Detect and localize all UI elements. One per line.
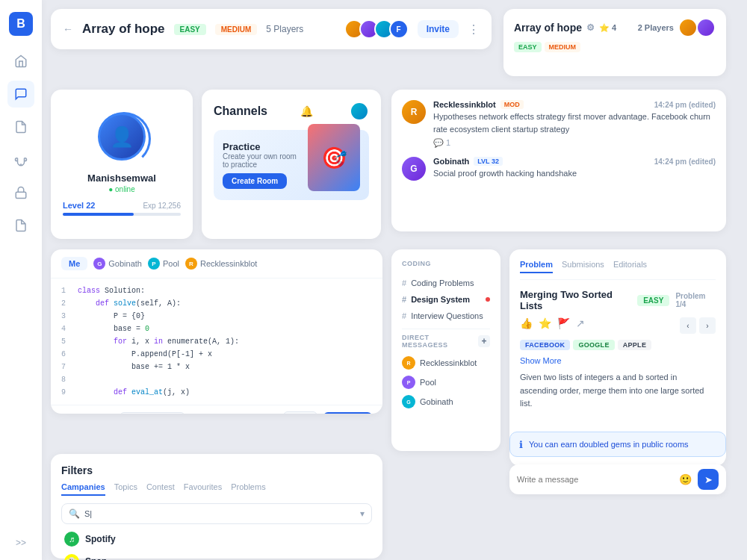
dm-pool[interactable]: P Pool — [402, 373, 490, 392]
chat-card: R Recklessinkblot MOD 14:24 pm (edited) … — [391, 90, 726, 231]
create-room-button[interactable]: Create Room — [223, 173, 287, 189]
active-dot — [486, 297, 490, 302]
chevron-down-icon: ▾ — [360, 508, 365, 519]
coding-problems-item[interactable]: # Coding Problems — [402, 275, 490, 291]
dm-recklessinkblot[interactable]: R Recklessinkblot — [402, 353, 490, 373]
code-tab-gobinath[interactable]: G Gobinath — [93, 258, 142, 270]
profile-level: Level 22 — [63, 201, 95, 210]
problem-easy-badge: EASY — [637, 295, 669, 306]
filter-result-spotify[interactable]: ♬ Spotify — [61, 529, 372, 550]
dm-gobinath[interactable]: G Gobinath — [402, 392, 490, 411]
code-editor-tabs: Me G Gobinath P Pool R Recklessinkblot — [51, 249, 382, 279]
snap-icon: 👻 — [64, 554, 79, 560]
sidebar-logo[interactable]: B — [9, 12, 33, 36]
filter-tab-campanies[interactable]: Campanies — [61, 482, 105, 496]
profile-progress-ring — [97, 112, 151, 166]
tag-google: GOOGLE — [573, 340, 614, 350]
avatar-more: F — [389, 19, 409, 39]
sidebar-item-trophy[interactable] — [7, 146, 34, 173]
prev-problem-button[interactable]: ‹ — [680, 317, 696, 334]
tab-problem[interactable]: Problem — [520, 260, 553, 273]
sidebar-expand[interactable]: >> — [16, 538, 26, 548]
mod-badge: MOD — [500, 100, 524, 109]
code-editor-footer: ⊞ ⚙ {} ↺ Java Script Run Submit — [51, 405, 382, 414]
chat-username-2: Gobinath LVL 32 14:24 pm (edited) — [433, 157, 716, 166]
avatar — [678, 18, 698, 37]
interview-questions-item[interactable]: # Interview Questions — [402, 308, 490, 324]
tab-submisions[interactable]: Submisions — [562, 260, 604, 273]
sidebar: B >> — [0, 0, 42, 560]
code-tab-pool[interactable]: P Pool — [148, 258, 179, 270]
snap-label: Snap — [85, 556, 107, 560]
send-button[interactable]: ➤ — [698, 469, 719, 490]
profile-status: ● online — [108, 185, 135, 193]
info-icon: ℹ — [519, 439, 523, 450]
next-problem-button[interactable]: › — [699, 317, 716, 334]
right-header-title-text: Array of hope — [514, 22, 582, 34]
language-select[interactable]: Java Script — [120, 412, 185, 414]
chat-username-1: Recklessinkblot MOD 14:24 pm (edited) — [433, 100, 716, 109]
more-options-icon[interactable]: ⋮ — [468, 22, 480, 37]
problem-description: Given two lists of integers a and b sort… — [520, 371, 716, 411]
practice-subtitle: Create your own room to practice — [223, 152, 302, 169]
filter-search-input[interactable] — [61, 503, 372, 524]
code-tab-recklessinkblot[interactable]: R Recklessinkblot — [185, 258, 257, 270]
sidebar-item-file[interactable] — [7, 212, 34, 239]
practice-info: Practice Create your own room to practic… — [223, 141, 302, 189]
hash-icon: # — [402, 279, 406, 287]
send-icon: ➤ — [704, 474, 713, 485]
filter-tab-topics[interactable]: Topics — [114, 482, 137, 496]
filter-search: 🔍 ▾ — [61, 503, 372, 524]
gear-icon[interactable]: ⚙ — [586, 22, 595, 33]
tag-apple: APPLE — [618, 340, 652, 350]
chat-reactions: 💬 1 — [433, 138, 716, 148]
player-avatars: F — [344, 19, 409, 39]
coding-menu-card: CODING # Coding Problems # Design System… — [391, 249, 500, 451]
flag-icon[interactable]: 🚩 — [557, 317, 570, 334]
filter-tab-problems[interactable]: Problems — [231, 482, 265, 496]
spotify-icon: ♬ — [64, 532, 79, 547]
chat-avatar-1: R — [402, 100, 426, 124]
show-more-button[interactable]: Show More — [520, 356, 716, 365]
emoji-icon[interactable]: 🙂 — [679, 473, 692, 485]
chat-text-1: Hypotheses network effects strategy firs… — [433, 111, 716, 135]
design-system-item[interactable]: # Design System — [402, 291, 490, 308]
dm-avatar-r: R — [402, 356, 415, 370]
run-button[interactable]: Run — [283, 411, 317, 414]
problem-icons: 👍 ⭐ 🚩 ↗ ‹ › — [520, 317, 716, 334]
search-icon: 🔍 — [69, 508, 80, 519]
dm-name-pool: Pool — [420, 378, 436, 387]
filter-tab-contest[interactable]: Contest — [146, 482, 175, 496]
tab-editorials[interactable]: Editorials — [613, 260, 647, 273]
share-icon[interactable]: ↗ — [576, 317, 585, 334]
code-tab-me[interactable]: Me — [61, 257, 87, 270]
divider — [402, 329, 490, 329]
right-header-players: 2 Players — [638, 23, 674, 32]
filter-tab-favourites[interactable]: Favourites — [184, 482, 222, 496]
reply-icon[interactable]: 💬 1 — [433, 138, 450, 148]
dm-label: DIRECT MESSAGESS — [402, 334, 475, 349]
dm-avatar-g: G — [402, 395, 415, 408]
submit-button[interactable]: Submit — [323, 412, 372, 414]
filter-result-snap[interactable]: 👻 Snap — [61, 551, 372, 560]
problem-title: Merging Two Sorted Lists EASY Problem 1/… — [520, 289, 716, 311]
profile-avatar: 👤 — [98, 113, 146, 161]
code-editor-body: 1class Solution: 2 def solve(self, A): 3… — [51, 279, 382, 405]
hash-icon-3: # — [402, 311, 406, 320]
medium-badge: MEDIUM — [215, 24, 258, 35]
sidebar-item-document[interactable] — [7, 113, 34, 140]
star-icon[interactable]: ⭐ — [539, 317, 551, 334]
sidebar-item-lock[interactable] — [7, 179, 34, 206]
invite-button[interactable]: Invite — [418, 20, 459, 38]
channels-notification-icon[interactable]: 🔔 — [300, 105, 313, 117]
problem-tags: FACEBOOK GOOGLE APPLE — [520, 340, 716, 350]
back-button[interactable]: ← — [63, 23, 73, 35]
code-editor-card: Me G Gobinath P Pool R Recklessinkblot 1… — [51, 249, 382, 414]
dm-add-button[interactable]: + — [478, 335, 490, 347]
sidebar-item-chat[interactable] — [7, 81, 34, 108]
message-input[interactable] — [517, 475, 673, 484]
sidebar-item-home[interactable] — [7, 48, 34, 75]
filters-title: Filters — [61, 464, 372, 476]
dm-name-recklessinkblot: Recklessinkblot — [420, 358, 477, 367]
thumbsup-icon[interactable]: 👍 — [520, 317, 533, 334]
